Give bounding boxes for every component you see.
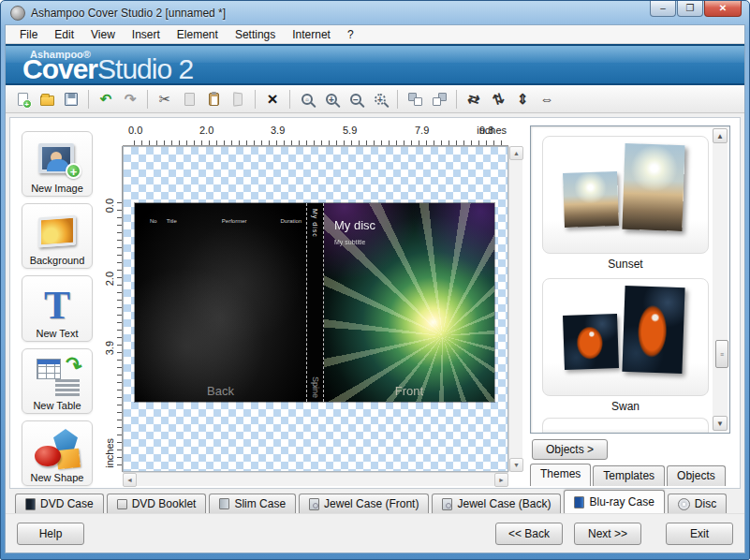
canvas-horizontal-scrollbar[interactable]: ◄ ► bbox=[123, 472, 508, 486]
menu-internet[interactable]: Internet bbox=[284, 26, 339, 43]
theme-list-scrollbar[interactable]: ▲ ▼ bbox=[713, 128, 728, 431]
bluray-cover-design[interactable]: No Title Performer Duration Back My disc… bbox=[135, 203, 494, 402]
flip-vertical-button[interactable]: ⇅ bbox=[487, 88, 509, 111]
ruler-unit: inches bbox=[104, 438, 115, 468]
background-button[interactable]: Background bbox=[22, 203, 93, 269]
tool-label: New Table bbox=[33, 400, 81, 411]
zoom-out-button[interactable]: − bbox=[345, 88, 367, 111]
ruler-unit: inches bbox=[477, 125, 507, 136]
tab-disc[interactable]: Disc bbox=[668, 494, 727, 513]
menu-element[interactable]: Element bbox=[169, 26, 227, 43]
save-button[interactable] bbox=[60, 88, 82, 111]
help-button[interactable]: Help bbox=[17, 523, 84, 545]
scrollbar-thumb[interactable]: ≡ bbox=[715, 340, 728, 368]
tab-jewel-case-front[interactable]: Jewel Case (Front) bbox=[299, 494, 429, 513]
scroll-up-icon[interactable]: ▲ bbox=[509, 146, 523, 160]
zoom-selection-button[interactable]: + bbox=[369, 88, 391, 111]
tab-label: Jewel Case (Back) bbox=[457, 497, 551, 510]
list-item[interactable]: Sunset bbox=[542, 136, 709, 271]
tab-slim-case[interactable]: Slim Case bbox=[209, 494, 296, 513]
tab-label: Disc bbox=[695, 497, 716, 510]
new-text-button[interactable]: T New Text bbox=[22, 275, 93, 341]
cut-icon: ✂ bbox=[159, 92, 171, 106]
design-canvas[interactable]: No Title Performer Duration Back My disc… bbox=[123, 146, 508, 472]
canvas-vertical-scrollbar[interactable]: ▲ ▼ bbox=[508, 146, 522, 472]
tracklist-header[interactable]: No Title Performer Duration bbox=[135, 218, 306, 224]
sunset-case-tall bbox=[622, 143, 684, 231]
scroll-down-icon[interactable]: ▼ bbox=[509, 458, 523, 472]
zoom-selection-icon: + bbox=[375, 94, 386, 105]
new-shape-button[interactable]: New Shape bbox=[22, 420, 93, 486]
zoom-in-button[interactable]: + bbox=[320, 88, 343, 111]
tab-jewel-case-back[interactable]: Jewel Case (Back) bbox=[432, 494, 561, 513]
tab-label: DVD Booklet bbox=[132, 497, 197, 510]
tab-bluray-case[interactable]: Blu-ray Case bbox=[564, 490, 664, 513]
tab-label: Slim Case bbox=[234, 497, 286, 510]
tool-label: Background bbox=[30, 255, 85, 266]
list-item[interactable]: Swan bbox=[542, 278, 709, 413]
theme-thumbnail-swan[interactable] bbox=[542, 278, 709, 396]
new-image-button[interactable]: + New Image bbox=[22, 131, 93, 197]
page-tab-bar: DVD Case DVD Booklet Slim Case Jewel Cas… bbox=[6, 489, 744, 513]
delete-icon: × bbox=[267, 90, 277, 108]
menu-edit[interactable]: Edit bbox=[46, 26, 82, 43]
exit-button[interactable]: Exit bbox=[666, 523, 733, 545]
scroll-right-icon[interactable]: ► bbox=[494, 473, 508, 487]
tab-label: Blu-ray Case bbox=[589, 495, 654, 508]
open-button[interactable] bbox=[36, 88, 58, 111]
horizontal-ruler: 0.0 2.0 3.9 5.9 7.9 9.8 inches bbox=[123, 124, 508, 146]
distribute-horizontal-button[interactable]: ⇔ bbox=[536, 88, 558, 111]
theme-name: Swan bbox=[542, 400, 709, 413]
next-button[interactable]: Next >> bbox=[574, 523, 641, 545]
footer-bar: Help << Back Next >> Exit bbox=[6, 513, 744, 553]
menu-insert[interactable]: Insert bbox=[124, 26, 169, 43]
scroll-up-icon[interactable]: ▲ bbox=[713, 128, 728, 143]
theme-thumbnail-sunset[interactable] bbox=[542, 136, 709, 254]
brand-header: Ashampoo® CoverStudio 2 bbox=[6, 44, 744, 85]
theme-thumbnail-partial[interactable] bbox=[542, 418, 709, 433]
zoom-fit-button[interactable]: ▫ bbox=[296, 88, 318, 111]
tab-dvd-booklet[interactable]: DVD Booklet bbox=[107, 494, 207, 513]
jewel-case-front-icon bbox=[309, 498, 319, 510]
bring-forward-button[interactable] bbox=[404, 88, 426, 111]
cut-button[interactable]: ✂ bbox=[154, 88, 176, 111]
duplicate-button[interactable] bbox=[227, 88, 249, 111]
flip-horizontal-button[interactable]: ⇄ bbox=[463, 88, 485, 111]
tab-templates[interactable]: Templates bbox=[593, 465, 665, 486]
undo-button[interactable]: ↶ bbox=[95, 88, 117, 111]
front-subtitle-text[interactable]: My subtitle bbox=[334, 239, 365, 245]
new-table-button[interactable]: ↷ New Table bbox=[22, 348, 93, 414]
delete-button[interactable]: × bbox=[261, 88, 284, 111]
objects-button[interactable]: Objects > bbox=[532, 439, 608, 460]
theme-list[interactable]: Sunset Swan ▲ ▼ ≡ bbox=[530, 125, 730, 434]
cover-spine-panel[interactable]: My disc Spine bbox=[306, 203, 324, 402]
maximize-button[interactable]: ❐ bbox=[677, 1, 703, 17]
toolbar-separator bbox=[255, 90, 256, 109]
scroll-down-icon[interactable]: ▼ bbox=[713, 416, 728, 431]
paste-button[interactable] bbox=[202, 88, 225, 111]
cover-front-panel[interactable]: My disc My subtitle Front bbox=[324, 203, 494, 402]
menu-file[interactable]: File bbox=[11, 26, 46, 43]
tool-label: New Text bbox=[36, 328, 78, 339]
distribute-vertical-button[interactable]: ⇕ bbox=[511, 88, 534, 111]
minimize-button[interactable]: – bbox=[650, 1, 676, 17]
tab-themes[interactable]: Themes bbox=[530, 464, 591, 486]
tab-objects[interactable]: Objects bbox=[667, 465, 726, 486]
menu-settings[interactable]: Settings bbox=[227, 26, 284, 43]
new-image-icon: + bbox=[35, 140, 80, 181]
menu-help[interactable]: ? bbox=[339, 26, 362, 43]
menu-view[interactable]: View bbox=[82, 26, 124, 43]
send-backward-button[interactable] bbox=[428, 88, 450, 111]
spine-title-text[interactable]: My disc bbox=[312, 209, 318, 238]
cover-back-panel[interactable]: No Title Performer Duration Back bbox=[135, 203, 306, 402]
ruler-tick: 0.0 bbox=[128, 125, 142, 136]
col-title: Title bbox=[167, 218, 177, 224]
back-button[interactable]: << Back bbox=[495, 523, 563, 545]
new-document-button[interactable]: + bbox=[11, 88, 34, 111]
front-title-text[interactable]: My disc bbox=[334, 218, 375, 232]
tab-dvd-case[interactable]: DVD Case bbox=[15, 494, 104, 513]
copy-button[interactable] bbox=[178, 88, 200, 111]
close-button[interactable]: ✕ bbox=[704, 1, 742, 17]
redo-button[interactable]: ↷ bbox=[119, 88, 141, 111]
scroll-left-icon[interactable]: ◄ bbox=[123, 473, 137, 487]
